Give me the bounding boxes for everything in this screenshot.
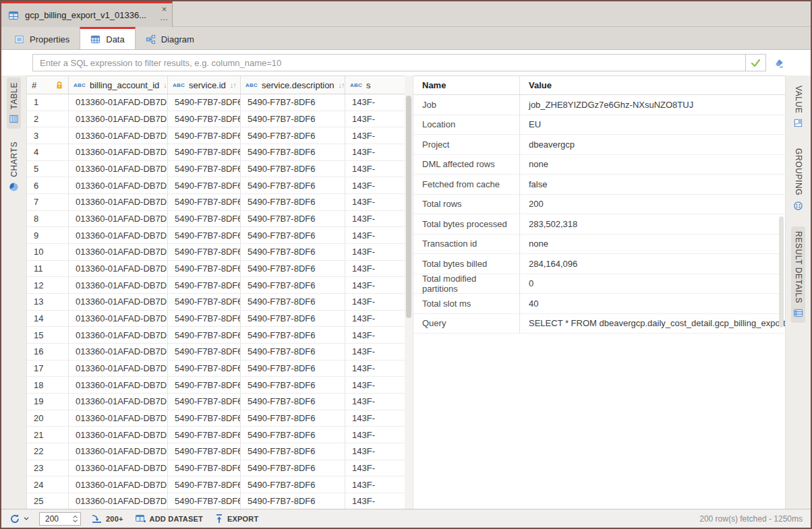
- sort-icon[interactable]: ↓↑: [230, 81, 236, 89]
- data-cell[interactable]: 5490-F7B7-8DF6: [241, 344, 345, 360]
- data-cell[interactable]: 013360-01AFAD-DB7DE8: [69, 144, 168, 160]
- data-cell[interactable]: 5490-F7B7-8DF6: [241, 111, 345, 127]
- row-number-cell[interactable]: 25: [27, 493, 69, 509]
- data-cell[interactable]: 013360-01AFAD-DB7DE8: [69, 427, 168, 443]
- table-row[interactable]: 25013360-01AFAD-DB7DE85490-F7B7-8DF65490…: [27, 493, 405, 509]
- data-cell[interactable]: 143F-: [345, 344, 405, 360]
- table-row[interactable]: 8013360-01AFAD-DB7DE85490-F7B7-8DF65490-…: [27, 211, 405, 228]
- sort-icon[interactable]: ↓↑: [339, 81, 345, 89]
- data-cell[interactable]: 5490-F7B7-8DF6: [168, 476, 241, 493]
- data-cell[interactable]: 5490-F7B7-8DF6: [241, 311, 345, 327]
- row-number-cell[interactable]: 4: [27, 144, 69, 160]
- details-row[interactable]: QuerySELECT * FROM dbeavergcp.daily_cost…: [413, 314, 785, 334]
- data-cell[interactable]: 013360-01AFAD-DB7DE8: [69, 111, 168, 127]
- table-row[interactable]: 19013360-01AFAD-DB7DE85490-F7B7-8DF65490…: [27, 394, 405, 410]
- tab-diagram[interactable]: Diagram: [136, 27, 204, 49]
- row-number-header[interactable]: #: [27, 76, 69, 94]
- apply-filter-button[interactable]: [745, 55, 765, 71]
- data-cell[interactable]: 013360-01AFAD-DB7DE8: [69, 161, 168, 177]
- overflow-icon[interactable]: …: [160, 14, 169, 21]
- fetch-next-page-button[interactable]: 200+: [91, 514, 123, 524]
- data-cell[interactable]: 143F-: [345, 460, 405, 476]
- data-cell[interactable]: 5490-F7B7-8DF6: [168, 493, 241, 509]
- presentation-charts-button[interactable]: CHARTS: [7, 137, 21, 197]
- data-cell[interactable]: 143F-: [345, 177, 405, 193]
- data-cell[interactable]: 5490-F7B7-8DF6: [241, 377, 345, 393]
- details-row[interactable]: Jobjob_ZHE8YIZDGz7e6Ghz-NXsuNZO8TUJ: [413, 95, 785, 115]
- table-row[interactable]: 18013360-01AFAD-DB7DE85490-F7B7-8DF65490…: [27, 377, 405, 394]
- refresh-button[interactable]: [9, 514, 29, 524]
- row-number-cell[interactable]: 13: [27, 294, 69, 310]
- grid-vertical-scrollbar[interactable]: [405, 75, 413, 509]
- data-cell[interactable]: 143F-: [345, 394, 405, 410]
- stepper-arrows[interactable]: [73, 516, 78, 522]
- data-cell[interactable]: 143F-: [345, 261, 405, 277]
- details-row[interactable]: Total bytes billed284,164,096: [413, 254, 785, 274]
- row-number-cell[interactable]: 6: [27, 177, 69, 193]
- data-cell[interactable]: 143F-: [345, 311, 405, 327]
- data-cell[interactable]: 5490-F7B7-8DF6: [241, 144, 345, 160]
- tab-properties[interactable]: Properties: [4, 27, 80, 49]
- data-cell[interactable]: 5490-F7B7-8DF6: [168, 111, 241, 127]
- table-row[interactable]: 17013360-01AFAD-DB7DE85490-F7B7-8DF65490…: [27, 361, 405, 377]
- details-row[interactable]: Total rows200: [413, 195, 785, 215]
- data-cell[interactable]: 5490-F7B7-8DF6: [241, 244, 345, 260]
- panel-result-details-button[interactable]: RESULT DETAILS: [791, 226, 805, 323]
- table-row[interactable]: 12013360-01AFAD-DB7DE85490-F7B7-8DF65490…: [27, 277, 405, 294]
- scrollbar-thumb[interactable]: [406, 96, 411, 318]
- data-cell[interactable]: 5490-F7B7-8DF6: [241, 493, 345, 509]
- data-cell[interactable]: 143F-: [345, 227, 405, 243]
- data-cell[interactable]: 5490-F7B7-8DF6: [168, 427, 241, 443]
- table-row[interactable]: 9013360-01AFAD-DB7DE85490-F7B7-8DF65490-…: [27, 227, 405, 244]
- data-cell[interactable]: 013360-01AFAD-DB7DE8: [69, 127, 168, 144]
- data-cell[interactable]: 5490-F7B7-8DF6: [168, 211, 241, 227]
- data-cell[interactable]: 5490-F7B7-8DF6: [168, 294, 241, 310]
- data-cell[interactable]: 5490-F7B7-8DF6: [241, 227, 345, 243]
- row-number-cell[interactable]: 17: [27, 361, 69, 377]
- data-cell[interactable]: 5490-F7B7-8DF6: [241, 361, 345, 377]
- data-cell[interactable]: 5490-F7B7-8DF6: [168, 443, 241, 460]
- data-cell[interactable]: 5490-F7B7-8DF6: [241, 261, 345, 277]
- data-cell[interactable]: 013360-01AFAD-DB7DE8: [69, 261, 168, 277]
- data-cell[interactable]: 143F-: [345, 427, 405, 443]
- data-cell[interactable]: 5490-F7B7-8DF6: [168, 394, 241, 410]
- column-header-service-description[interactable]: ABC service.description ↓↑: [241, 76, 345, 94]
- table-row[interactable]: 5013360-01AFAD-DB7DE85490-F7B7-8DF65490-…: [27, 161, 405, 178]
- table-row[interactable]: 3013360-01AFAD-DB7DE85490-F7B7-8DF65490-…: [27, 127, 405, 144]
- filter-input[interactable]: [33, 55, 745, 71]
- data-cell[interactable]: 143F-: [345, 127, 405, 144]
- data-cell[interactable]: 013360-01AFAD-DB7DE8: [69, 443, 168, 460]
- row-number-cell[interactable]: 18: [27, 377, 69, 393]
- data-cell[interactable]: 143F-: [345, 476, 405, 493]
- data-cell[interactable]: 5490-F7B7-8DF6: [241, 211, 345, 227]
- row-number-cell[interactable]: 11: [27, 261, 69, 277]
- data-cell[interactable]: 5490-F7B7-8DF6: [241, 327, 345, 343]
- data-cell[interactable]: 013360-01AFAD-DB7DE8: [69, 194, 168, 210]
- data-cell[interactable]: 013360-01AFAD-DB7DE8: [69, 211, 168, 227]
- data-cell[interactable]: 013360-01AFAD-DB7DE8: [69, 294, 168, 310]
- sort-icon[interactable]: ↓↑: [163, 81, 168, 89]
- table-row[interactable]: 1013360-01AFAD-DB7DE85490-F7B7-8DF65490-…: [27, 94, 405, 111]
- data-cell[interactable]: 5490-F7B7-8DF6: [168, 344, 241, 360]
- data-cell[interactable]: 5490-F7B7-8DF6: [168, 177, 241, 193]
- table-row[interactable]: 22013360-01AFAD-DB7DE85490-F7B7-8DF65490…: [27, 443, 405, 460]
- table-row[interactable]: 7013360-01AFAD-DB7DE85490-F7B7-8DF65490-…: [27, 194, 405, 211]
- column-header-truncated[interactable]: ABC s: [345, 76, 405, 94]
- data-cell[interactable]: 013360-01AFAD-DB7DE8: [69, 361, 168, 377]
- table-row[interactable]: 10013360-01AFAD-DB7DE85490-F7B7-8DF65490…: [27, 244, 405, 261]
- row-number-cell[interactable]: 2: [27, 111, 69, 127]
- data-cell[interactable]: 5490-F7B7-8DF6: [168, 261, 241, 277]
- details-row[interactable]: Total slot ms40: [413, 294, 785, 314]
- table-row[interactable]: 21013360-01AFAD-DB7DE85490-F7B7-8DF65490…: [27, 427, 405, 443]
- data-cell[interactable]: 013360-01AFAD-DB7DE8: [69, 311, 168, 327]
- row-number-cell[interactable]: 15: [27, 327, 69, 343]
- data-cell[interactable]: 143F-: [345, 161, 405, 177]
- fetch-size-stepper[interactable]: 200: [39, 512, 81, 526]
- data-cell[interactable]: 013360-01AFAD-DB7DE8: [69, 493, 168, 509]
- data-cell[interactable]: 013360-01AFAD-DB7DE8: [69, 327, 168, 343]
- data-cell[interactable]: 013360-01AFAD-DB7DE8: [69, 476, 168, 493]
- data-cell[interactable]: 5490-F7B7-8DF6: [168, 361, 241, 377]
- panel-value-button[interactable]: VALUE: [791, 81, 805, 133]
- data-cell[interactable]: 143F-: [345, 493, 405, 509]
- data-cell[interactable]: 5490-F7B7-8DF6: [241, 161, 345, 177]
